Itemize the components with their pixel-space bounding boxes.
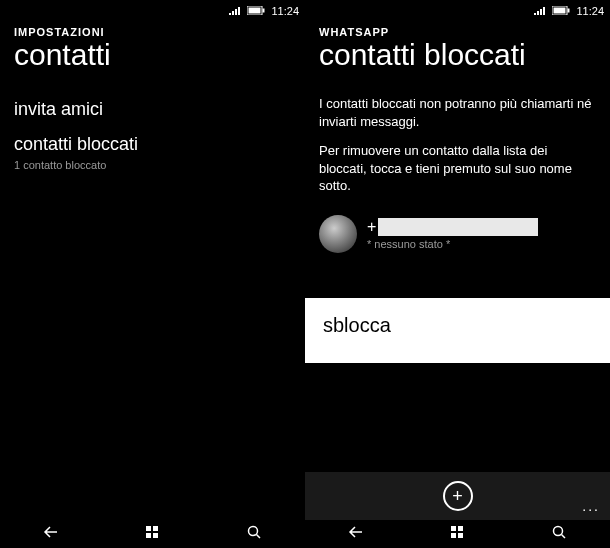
svg-rect-9 <box>554 8 566 14</box>
search-button[interactable] <box>551 524 567 544</box>
svg-point-7 <box>249 527 258 536</box>
appbar: + ... <box>305 472 610 520</box>
menu-item-invite-friends[interactable]: invita amici <box>14 89 291 124</box>
screen-left-settings: 11:24 IMPOSTAZIONI contatti invita amici… <box>0 0 305 548</box>
page-title: contatti <box>0 38 305 81</box>
menu-item-blocked-contacts[interactable]: contatti bloccati 1 contatto bloccato <box>14 124 291 181</box>
svg-rect-14 <box>458 533 463 538</box>
back-button[interactable] <box>43 524 59 544</box>
page-title: contatti bloccati <box>305 38 610 81</box>
svg-rect-12 <box>458 526 463 531</box>
blocked-contact-row[interactable]: + * nessuno stato * <box>319 201 596 259</box>
svg-point-15 <box>554 527 563 536</box>
svg-rect-4 <box>153 526 158 531</box>
add-button[interactable]: + <box>443 481 473 511</box>
contact-number: + <box>367 218 538 236</box>
contact-info: + * nessuno stato * <box>367 218 538 250</box>
svg-rect-11 <box>451 526 456 531</box>
signal-icon <box>534 5 546 17</box>
more-button[interactable]: ... <box>582 498 600 514</box>
navbar <box>305 520 610 548</box>
search-button[interactable] <box>246 524 262 544</box>
plus-icon: + <box>452 486 463 507</box>
start-button[interactable] <box>449 524 465 544</box>
clock-text: 11:24 <box>271 5 299 17</box>
settings-list: invita amici contatti bloccati 1 contatt… <box>0 81 305 548</box>
avatar <box>319 215 357 253</box>
svg-rect-5 <box>146 533 151 538</box>
screen-right-blocked: 11:24 WHATSAPP contatti bloccati I conta… <box>305 0 610 548</box>
signal-icon <box>229 5 241 17</box>
svg-rect-3 <box>146 526 151 531</box>
statusbar: 11:24 <box>0 0 305 20</box>
battery-icon <box>247 5 265 17</box>
menu-item-subtitle: 1 contatto bloccato <box>14 159 291 181</box>
menu-item-label: invita amici <box>14 89 291 124</box>
svg-rect-10 <box>568 9 570 13</box>
navbar <box>0 520 305 548</box>
svg-rect-1 <box>249 8 261 14</box>
svg-rect-6 <box>153 533 158 538</box>
page-header-small: IMPOSTAZIONI <box>0 20 305 38</box>
menu-item-label: contatti bloccati <box>14 124 291 159</box>
statusbar: 11:24 <box>305 0 610 20</box>
back-button[interactable] <box>348 524 364 544</box>
unblock-menu-item[interactable]: sblocca <box>323 314 592 337</box>
clock-text: 11:24 <box>576 5 604 17</box>
page-header-small: WHATSAPP <box>305 20 610 38</box>
phone-prefix: + <box>367 218 376 236</box>
start-button[interactable] <box>144 524 160 544</box>
svg-rect-2 <box>263 9 265 13</box>
contact-status: * nessuno stato * <box>367 236 538 250</box>
description-text-2: Per rimuovere un contatto dalla lista de… <box>319 136 596 201</box>
redacted-number <box>378 218 538 236</box>
battery-icon <box>552 5 570 17</box>
context-menu: sblocca <box>305 298 610 363</box>
svg-rect-13 <box>451 533 456 538</box>
description-text-1: I contatti bloccati non potranno più chi… <box>319 89 596 136</box>
